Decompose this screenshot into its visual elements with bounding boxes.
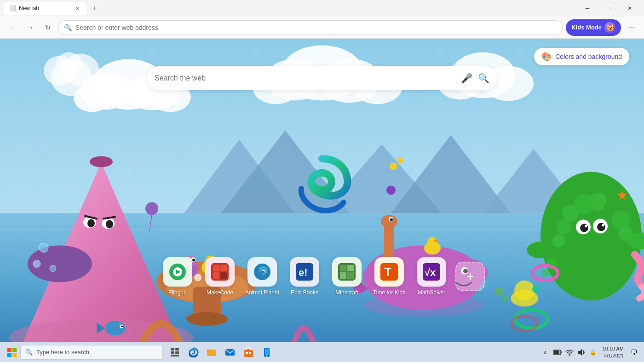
svg-rect-142	[244, 350, 253, 357]
store-icon[interactable]	[240, 344, 257, 361]
svg-rect-131	[12, 348, 17, 352]
refresh-button[interactable]: ↻	[40, 20, 55, 35]
svg-point-79	[613, 240, 629, 256]
close-window-button[interactable]: ✕	[619, 0, 640, 17]
svg-point-95	[33, 260, 40, 268]
search-icon-nav: 🔍	[64, 24, 72, 31]
svg-rect-136	[171, 351, 174, 354]
svg-text:🐬: 🐬	[258, 266, 269, 277]
new-tab-button[interactable]: +	[88, 2, 101, 15]
svg-rect-122	[340, 265, 346, 271]
microphone-icon[interactable]: 🎤	[461, 73, 472, 84]
taskview-button[interactable]	[167, 344, 183, 361]
svg-point-104	[390, 163, 397, 170]
svg-rect-130	[7, 348, 12, 352]
chevron-up-icon[interactable]: ∧	[540, 347, 551, 358]
mathsolver-icon: √x	[417, 257, 446, 287]
active-tab[interactable]: ⬜ New tab ✕	[4, 2, 86, 15]
svg-rect-144	[246, 352, 248, 354]
animal-planet-label: Animal Planet	[245, 289, 279, 296]
start-button[interactable]	[4, 344, 20, 361]
svg-rect-138	[171, 355, 179, 356]
tab-strip: ⬜ New tab ✕ +	[4, 0, 577, 17]
svg-point-32	[87, 219, 95, 228]
svg-text:e!: e!	[299, 267, 308, 278]
notification-button[interactable]: 🗨	[627, 346, 640, 359]
svg-rect-132	[7, 353, 12, 357]
svg-point-85	[597, 223, 605, 231]
back-button[interactable]: ←	[6, 20, 20, 35]
quick-link-flipgrid[interactable]: Flipgrid	[159, 257, 196, 296]
quick-link-animal-planet[interactable]: 🐬 Animal Planet	[244, 257, 281, 296]
taskbar-search[interactable]: 🔍 Type here to search	[20, 345, 163, 360]
taskbar: 🔍 Type here to search	[0, 342, 644, 362]
svg-point-60	[363, 294, 483, 317]
edge-logo	[292, 154, 352, 214]
kids-mode-label: Kids Mode	[571, 24, 602, 31]
svg-rect-134	[171, 348, 174, 351]
window-controls: ─ □ ✕	[577, 0, 640, 17]
phone-icon[interactable]	[259, 344, 275, 361]
minimize-button[interactable]: ─	[577, 0, 598, 17]
svg-point-148	[266, 355, 268, 356]
address-input[interactable]	[75, 24, 557, 31]
taskbar-pinned-icons	[167, 344, 275, 361]
mail-icon[interactable]	[222, 344, 238, 361]
add-site-button[interactable]: +	[455, 262, 485, 291]
main-content: ★	[0, 39, 644, 342]
svg-rect-114	[220, 265, 227, 271]
wifi-icon[interactable]	[564, 347, 575, 358]
mathsolver-label: MathSolver	[418, 289, 446, 296]
address-bar[interactable]: 🔍	[58, 20, 563, 35]
quick-link-makecode[interactable]: MakeCode	[201, 257, 238, 296]
add-link-icon[interactable]: +	[455, 262, 485, 291]
svg-rect-147	[265, 349, 269, 355]
forward-button[interactable]: →	[23, 20, 38, 35]
maximize-button[interactable]: □	[598, 0, 619, 17]
search-box[interactable]: 🎤 🔍	[147, 66, 497, 90]
edge-taskbar-icon[interactable]	[185, 344, 201, 361]
quick-link-mathsolver[interactable]: √x MathSolver	[413, 257, 450, 296]
svg-point-88	[527, 242, 554, 259]
search-container: 🎤 🔍	[147, 66, 497, 90]
quick-link-time-for-kids[interactable]: T Time for Kids	[371, 257, 408, 296]
taskbar-search-icon: 🔍	[25, 349, 33, 356]
file-explorer-icon[interactable]	[203, 344, 220, 361]
browser-menu-button[interactable]: ···	[624, 20, 638, 35]
navigation-bar: ← → ↻ 🔍 Kids Mode 😺 ···	[0, 17, 644, 39]
svg-text:T: T	[384, 265, 391, 279]
svg-rect-115	[213, 272, 219, 279]
svg-point-87	[602, 224, 604, 227]
svg-text:★: ★	[616, 188, 628, 202]
tab-close-button[interactable]: ✕	[74, 5, 81, 12]
svg-rect-113	[213, 265, 219, 271]
tab-favicon: ⬜	[9, 5, 16, 11]
time-for-kids-icon: T	[374, 257, 404, 287]
svg-rect-135	[175, 348, 179, 351]
quick-link-epic-books[interactable]: e! Epic Books	[286, 257, 323, 296]
epic-books-label: Epic Books	[291, 289, 318, 296]
svg-marker-153	[578, 349, 582, 356]
flipgrid-icon	[163, 257, 192, 287]
svg-point-63	[434, 240, 438, 242]
quick-link-minecraft[interactable]: Minecraft	[328, 257, 365, 296]
web-search-input[interactable]	[155, 74, 455, 82]
time-for-kids-label: Time for Kids	[373, 289, 405, 296]
search-submit-icon[interactable]: 🔍	[478, 73, 489, 84]
svg-rect-116	[220, 272, 227, 279]
svg-rect-133	[12, 353, 17, 357]
volume-icon[interactable]	[576, 347, 587, 358]
svg-rect-123	[347, 265, 354, 271]
flipgrid-label: Flipgrid	[168, 289, 186, 296]
battery-icon[interactable]	[552, 347, 563, 358]
kids-mode-button[interactable]: Kids Mode 😺	[566, 19, 621, 36]
colors-background-button[interactable]: 🎨 Colors and background	[534, 48, 629, 65]
svg-point-42	[186, 312, 228, 326]
svg-rect-150	[554, 351, 559, 354]
system-clock[interactable]: 10:10 AM 4/1/2021	[601, 345, 626, 359]
svg-point-102	[532, 286, 540, 293]
svg-rect-137	[175, 351, 179, 354]
svg-rect-124	[340, 272, 346, 279]
network-security-icon[interactable]: 🔒	[588, 347, 599, 358]
svg-point-68	[105, 321, 125, 336]
